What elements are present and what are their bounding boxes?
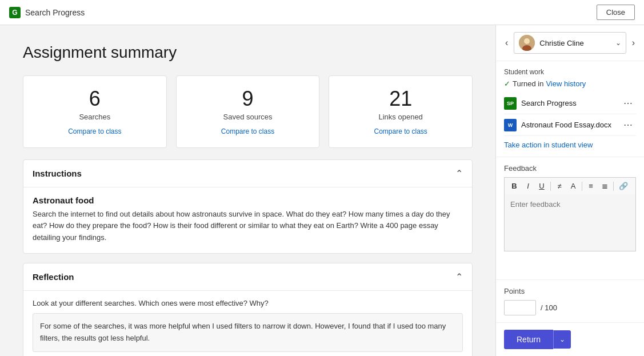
chevron-down-icon: ⌄ xyxy=(559,335,565,343)
instructions-header[interactable]: Instructions ⌃ xyxy=(23,160,472,187)
return-dropdown-button[interactable]: ⌄ xyxy=(553,330,571,349)
essay-name[interactable]: Astronaut Food Essay.docx xyxy=(521,121,615,129)
app-title: Search Progress xyxy=(25,8,85,17)
reflection-body: Look at your different searches. Which o… xyxy=(23,290,472,356)
points-section: Points / 100 xyxy=(496,280,644,323)
feedback-section: Feedback B I U ≠ A ≡ ≣ 🔗 xyxy=(496,157,644,280)
top-bar: G Search Progress Close xyxy=(0,0,644,25)
app-logo: G xyxy=(9,7,21,18)
toolbar-divider-2 xyxy=(582,182,582,191)
right-panel: ‹ Christie Cline ⌄ › Student work ✓ Turn xyxy=(495,25,644,356)
student-selector[interactable]: Christie Cline ⌄ xyxy=(514,32,626,54)
strikethrough-button[interactable]: ≠ xyxy=(553,180,566,192)
stats-row: 6 Searches Compare to class 9 Saved sour… xyxy=(23,75,473,148)
checkmark-icon: ✓ xyxy=(504,79,510,88)
toolbar-divider-1 xyxy=(550,182,551,191)
assignment-title: Assignment summary xyxy=(23,43,473,62)
take-action-link[interactable]: Take action in student view xyxy=(504,141,593,149)
reflection-prompt: Look at your different searches. Which o… xyxy=(33,291,463,307)
links-opened-number: 21 xyxy=(341,87,461,110)
reflection-answer: For some of the searches, it was more he… xyxy=(33,313,463,352)
turned-in-text: Turned in xyxy=(513,79,543,88)
file-item-essay: W Astronaut Food Essay.docx ⋯ xyxy=(504,114,636,136)
main-layout: Assignment summary 6 Searches Compare to… xyxy=(0,25,644,356)
essay-menu-button[interactable]: ⋯ xyxy=(620,118,636,131)
student-work-section: Student work ✓ Turned in View history SP… xyxy=(496,61,644,157)
word-doc-icon: W xyxy=(504,119,517,131)
return-row: Return ⌄ xyxy=(504,330,636,349)
next-student-button[interactable]: › xyxy=(629,35,638,50)
underline-button[interactable]: U xyxy=(535,180,548,192)
link-button[interactable]: 🔗 xyxy=(616,180,631,192)
instruction-text: Search the internet to find out details … xyxy=(33,209,463,244)
points-max: / 100 xyxy=(541,303,557,312)
student-chevron-icon: ⌄ xyxy=(615,39,621,47)
prev-student-button[interactable]: ‹ xyxy=(502,35,511,50)
reflection-header[interactable]: Reflection ⌃ xyxy=(23,263,472,290)
return-section: Return ⌄ xyxy=(496,323,644,356)
points-label: Points xyxy=(504,287,636,295)
italic-button[interactable]: I xyxy=(522,180,534,192)
points-row: / 100 xyxy=(504,300,636,315)
student-work-label: Student work xyxy=(504,68,636,76)
student-avatar xyxy=(519,35,535,51)
links-opened-compare[interactable]: Compare to class xyxy=(374,127,427,135)
stat-saved-sources: 9 Saved sources Compare to class xyxy=(176,75,320,148)
stat-links-opened: 21 Links opened Compare to class xyxy=(329,75,473,148)
points-input[interactable] xyxy=(504,300,536,315)
student-name: Christie Cline xyxy=(539,39,610,47)
logo-letter: G xyxy=(12,9,17,17)
search-progress-name[interactable]: Search Progress xyxy=(521,99,615,107)
links-opened-label: Links opened xyxy=(341,113,461,121)
reflection-title: Reflection xyxy=(33,272,74,282)
feedback-input[interactable] xyxy=(504,194,636,251)
feedback-toolbar: B I U ≠ A ≡ ≣ 🔗 xyxy=(504,177,636,194)
svg-point-1 xyxy=(524,38,530,44)
toolbar-divider-3 xyxy=(613,182,614,191)
search-progress-menu-button[interactable]: ⋯ xyxy=(620,97,636,110)
instructions-title: Instructions xyxy=(33,169,82,178)
view-history-link[interactable]: View history xyxy=(546,79,586,88)
saved-sources-number: 9 xyxy=(188,87,308,110)
unordered-list-button[interactable]: ≡ xyxy=(585,180,597,192)
turned-in-row: ✓ Turned in View history xyxy=(504,79,636,88)
file-item-search-progress: SP Search Progress ⋯ xyxy=(504,93,636,114)
instructions-section: Instructions ⌃ Astronaut food Search the… xyxy=(23,159,473,254)
stat-searches: 6 Searches Compare to class xyxy=(23,75,167,148)
searches-label: Searches xyxy=(35,113,155,121)
student-nav: ‹ Christie Cline ⌄ › xyxy=(496,25,644,61)
feedback-label: Feedback xyxy=(504,164,636,173)
search-progress-icon: SP xyxy=(504,97,517,110)
reflection-chevron-icon: ⌃ xyxy=(455,271,463,282)
highlight-button[interactable]: A xyxy=(567,180,579,192)
close-button[interactable]: Close xyxy=(597,5,635,20)
bold-button[interactable]: B xyxy=(508,180,521,192)
return-button[interactable]: Return xyxy=(504,330,553,349)
ordered-list-button[interactable]: ≣ xyxy=(598,180,611,192)
searches-number: 6 xyxy=(35,87,155,110)
instructions-body: Astronaut food Search the internet to fi… xyxy=(23,187,472,253)
top-bar-left: G Search Progress xyxy=(9,7,85,18)
reflection-section: Reflection ⌃ Look at your different sear… xyxy=(23,263,473,356)
instructions-chevron-icon: ⌃ xyxy=(455,168,463,179)
instruction-subtitle: Astronaut food xyxy=(33,187,463,205)
left-panel: Assignment summary 6 Searches Compare to… xyxy=(0,25,495,356)
saved-sources-compare[interactable]: Compare to class xyxy=(221,127,274,135)
searches-compare[interactable]: Compare to class xyxy=(68,127,121,135)
saved-sources-label: Saved sources xyxy=(188,113,308,121)
